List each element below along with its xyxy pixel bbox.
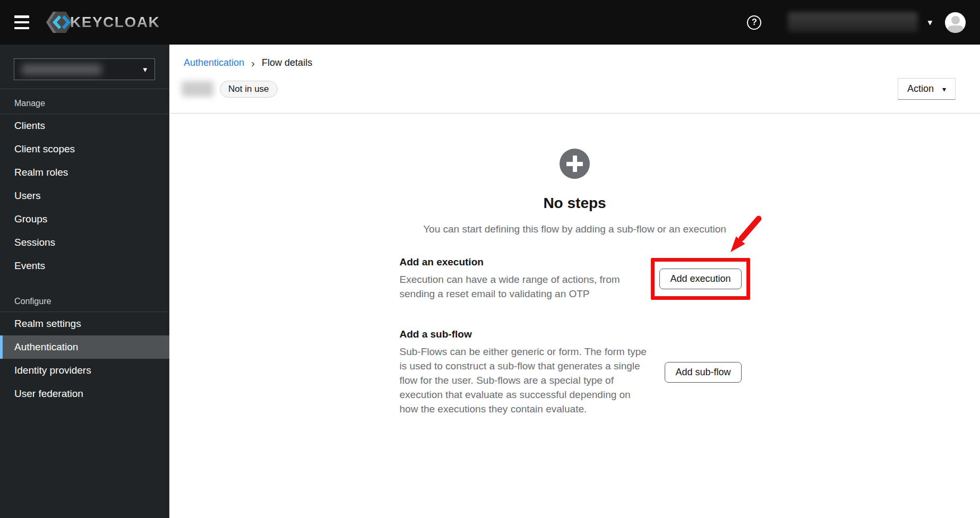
flow-name-redacted	[182, 81, 213, 97]
plus-circle-icon	[560, 149, 590, 179]
empty-state: No steps You can start defining this flo…	[169, 114, 980, 416]
add-subflow-row: Add a sub-flow Sub-Flows can be either g…	[400, 329, 750, 416]
add-execution-text: Add an execution Execution can have a wi…	[400, 256, 649, 301]
header-toolbar: ? ▾	[747, 12, 966, 33]
add-subflow-button-area: Add sub-flow	[665, 362, 741, 383]
main-content: Authentication › Flow details Not in use…	[169, 45, 980, 518]
sidebar-item-realm-roles[interactable]: Realm roles	[0, 161, 169, 184]
page-title-row: Not in use Action ▾	[182, 78, 956, 100]
add-execution-description: Execution can have a wide range of actio…	[400, 272, 649, 301]
action-dropdown-button[interactable]: Action ▾	[898, 78, 956, 100]
annotation-highlight-box: Add execution	[651, 258, 750, 300]
keycloak-admin-console: KEYCLOAK ? ▾ ▾ Manage Clients Client sco…	[0, 0, 980, 518]
sidebar-item-authentication[interactable]: Authentication	[0, 335, 169, 359]
empty-state-options: Add an execution Execution can have a wi…	[400, 256, 750, 416]
add-execution-button[interactable]: Add execution	[659, 269, 741, 289]
breadcrumb-authentication-link[interactable]: Authentication	[184, 57, 244, 68]
add-execution-button-area: Add execution	[651, 258, 750, 300]
avatar-body-icon	[948, 25, 964, 33]
sidebar-item-sessions[interactable]: Sessions	[0, 231, 169, 254]
add-subflow-button[interactable]: Add sub-flow	[665, 362, 741, 383]
username-redacted[interactable]	[788, 12, 918, 32]
sidebar-section-configure: Configure	[0, 297, 169, 312]
sidebar: ▾ Manage Clients Client scopes Realm rol…	[0, 45, 169, 518]
sidebar-item-groups[interactable]: Groups	[0, 208, 169, 231]
keycloak-logo: KEYCLOAK	[46, 10, 160, 35]
breadcrumb: Authentication › Flow details	[169, 45, 980, 68]
status-badge: Not in use	[220, 81, 278, 98]
help-icon[interactable]: ?	[747, 15, 761, 30]
action-caret-icon: ▾	[942, 85, 946, 93]
action-dropdown-label: Action	[907, 83, 934, 94]
brand-text: KEYCLOAK	[70, 14, 160, 31]
realm-selector-caret-icon: ▾	[143, 65, 147, 74]
keycloak-logo-icon	[46, 10, 73, 35]
avatar[interactable]	[945, 12, 966, 33]
empty-state-description: You can start defining this flow by addi…	[169, 223, 980, 235]
add-subflow-text: Add a sub-flow Sub-Flows can be either g…	[400, 329, 649, 416]
sidebar-item-user-federation[interactable]: User federation	[0, 382, 169, 405]
nav-toggle-hamburger-icon[interactable]	[14, 15, 30, 29]
sidebar-item-users[interactable]: Users	[0, 184, 169, 208]
sidebar-item-client-scopes[interactable]: Client scopes	[0, 137, 169, 161]
sidebar-item-events[interactable]: Events	[0, 254, 169, 278]
masthead: KEYCLOAK ? ▾	[0, 0, 980, 45]
annotation-arrow-icon	[725, 215, 766, 260]
chevron-right-icon: ›	[251, 58, 255, 68]
user-menu-caret-icon[interactable]: ▾	[927, 17, 932, 28]
breadcrumb-current: Flow details	[262, 57, 312, 68]
sidebar-item-identity-providers[interactable]: Identity providers	[0, 359, 169, 382]
sidebar-section-manage: Manage	[0, 89, 169, 114]
add-execution-row: Add an execution Execution can have a wi…	[400, 256, 750, 301]
add-subflow-heading: Add a sub-flow	[400, 329, 649, 340]
sidebar-item-clients[interactable]: Clients	[0, 114, 169, 137]
empty-state-title: No steps	[169, 195, 980, 212]
add-execution-heading: Add an execution	[400, 256, 649, 268]
avatar-head-icon	[951, 16, 960, 24]
add-subflow-description: Sub-Flows can be either generic or form.…	[400, 344, 649, 416]
sidebar-item-realm-settings[interactable]: Realm settings	[0, 312, 169, 335]
realm-name-redacted	[22, 64, 101, 75]
realm-selector[interactable]: ▾	[14, 58, 155, 80]
